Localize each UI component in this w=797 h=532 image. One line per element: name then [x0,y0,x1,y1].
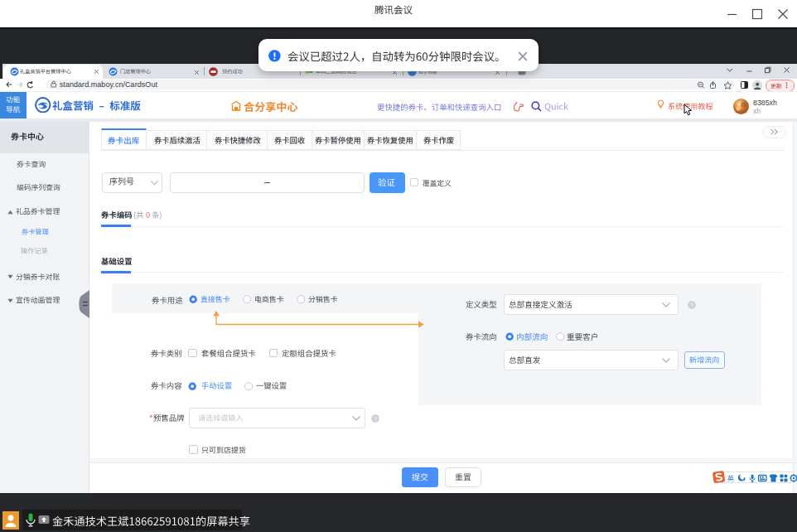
svg-text:?: ? [374,415,377,421]
svg-text:?: ? [690,302,693,308]
